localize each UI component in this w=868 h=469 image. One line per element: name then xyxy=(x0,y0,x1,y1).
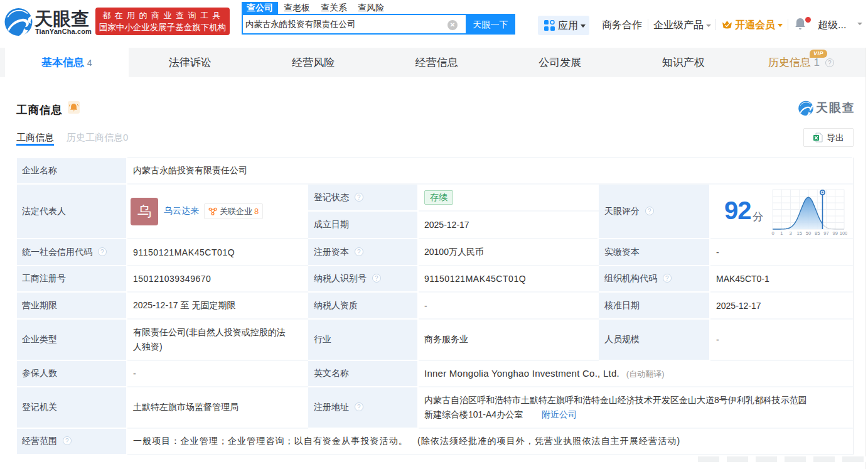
svg-text:99: 99 xyxy=(833,230,838,236)
svg-text:85: 85 xyxy=(815,230,820,236)
svg-text:100: 100 xyxy=(840,230,847,236)
svg-text:15: 15 xyxy=(797,230,802,236)
svg-text:97: 97 xyxy=(823,230,828,236)
svg-text:0: 0 xyxy=(771,230,774,236)
svg-text:3: 3 xyxy=(789,230,791,236)
svg-text:50: 50 xyxy=(806,230,811,236)
svg-text:1: 1 xyxy=(780,230,783,236)
